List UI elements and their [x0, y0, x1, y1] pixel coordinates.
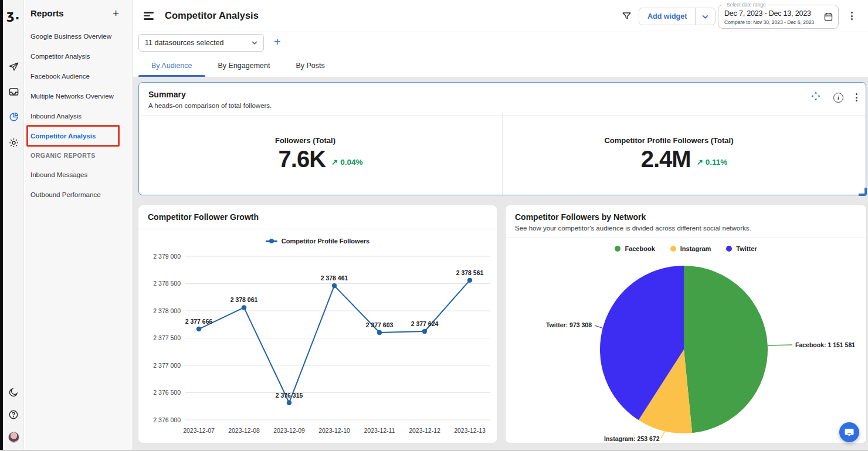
instagram-legend-dot	[670, 246, 676, 252]
sidebar-item-outbound-performance[interactable]: Outbound Performance	[25, 185, 132, 205]
chat-bubble-button[interactable]	[839, 422, 859, 442]
svg-text:2023-12-13: 2023-12-13	[454, 427, 486, 434]
pie-chart: Facebook: 1 151 581Instagram: 253 672Twi…	[506, 256, 866, 442]
svg-text:2023-12-11: 2023-12-11	[364, 427, 395, 434]
svg-text:2 379 000: 2 379 000	[153, 253, 181, 260]
svg-text:2 378 561: 2 378 561	[456, 269, 484, 276]
summary-widget[interactable]: Summary A heads-on comparison of total f…	[138, 82, 866, 195]
svg-text:2 378 500: 2 378 500	[153, 280, 181, 287]
datasource-select-value: 11 datasources selected	[145, 39, 224, 47]
tab-by-posts[interactable]: By Posts	[283, 57, 337, 77]
svg-text:2 377 603: 2 377 603	[366, 321, 394, 328]
analytics-pie-icon[interactable]	[8, 111, 19, 123]
metric-delta: ↗ 0.04%	[331, 157, 362, 167]
trend-up-icon: ↗	[697, 158, 703, 167]
add-widget-chevron[interactable]	[695, 8, 715, 25]
svg-text:2 377 000: 2 377 000	[153, 362, 181, 369]
svg-text:2 376 500: 2 376 500	[153, 389, 181, 396]
sidebar-item-competitor-analysis-active[interactable]: Competitor Analysis	[25, 126, 132, 146]
line-chart-legend: Competitor Profile Followers	[138, 238, 497, 245]
add-widget-button[interactable]: Add widget	[639, 8, 716, 25]
growth-chart-title: Competitor Follower Growth	[148, 212, 487, 222]
summary-title: Summary	[148, 90, 856, 99]
date-range-picker[interactable]: Select date range Dec 7, 2023 - Dec 13, …	[718, 5, 839, 29]
svg-text:2023-12-09: 2023-12-09	[273, 427, 305, 434]
report-tabs: By Audience By Engagement By Posts	[133, 57, 868, 77]
facebook-legend-dot	[615, 246, 621, 252]
network-chart-title: Competitor Followers by Network	[515, 212, 857, 222]
summary-subtitle: A heads-on comparison of total followers…	[148, 102, 856, 109]
help-icon[interactable]	[8, 409, 19, 421]
svg-text:2 376 000: 2 376 000	[153, 416, 181, 423]
legend-label: Competitor Profile Followers	[282, 238, 369, 245]
svg-text:Facebook: 1 151 581: Facebook: 1 151 581	[795, 341, 855, 348]
followers-by-network-widget[interactable]: Competitor Followers by Network See how …	[506, 205, 866, 443]
svg-text:2023-12-10: 2023-12-10	[318, 427, 350, 434]
add-report-button[interactable]: +	[113, 9, 119, 18]
date-range-compare: Compare to: Nov 30, 2023 - Dec 6, 2023	[724, 19, 814, 25]
reports-sidebar: Reports + Google Business Overview Compe…	[25, 0, 133, 451]
brand-logo[interactable]: ʒ.	[6, 8, 20, 22]
reports-panel-title: Reports	[30, 8, 64, 18]
moon-icon[interactable]	[8, 386, 19, 398]
header-kebab-menu[interactable]	[851, 12, 853, 20]
page-title: Competitor Analysis	[165, 10, 259, 21]
sidebar-item-inbound-messages[interactable]: Inbound Messages	[25, 165, 132, 185]
date-range-label: Select date range	[724, 2, 768, 8]
page-header: Competitor Analysis Add widget Select da…	[133, 0, 868, 32]
svg-text:2 376 315: 2 376 315	[276, 392, 303, 399]
metric-value: 7.6K	[279, 146, 326, 172]
date-range-value: Dec 7, 2023 - Dec 13, 2023	[724, 9, 811, 18]
info-icon[interactable]: i	[833, 93, 843, 103]
add-datasource-button[interactable]: +	[274, 35, 281, 49]
svg-text:Twitter: 973 308: Twitter: 973 308	[546, 321, 592, 328]
main-area: Competitor Analysis Add widget Select da…	[133, 0, 868, 451]
sidebar-item-inbound-analysis[interactable]: Inbound Analysis	[25, 106, 132, 126]
legend-line-marker	[266, 239, 277, 243]
svg-text:2 377 624: 2 377 624	[411, 320, 439, 327]
user-avatar[interactable]	[8, 431, 19, 443]
sidebar-item-google-business-overview[interactable]: Google Business Overview	[25, 26, 132, 46]
add-widget-label: Add widget	[639, 8, 695, 25]
metric-competitor-followers-total: Competitor Profile Followers (Total) 2.4…	[502, 113, 866, 195]
svg-text:2 378 461: 2 378 461	[321, 274, 348, 282]
gear-icon[interactable]	[8, 137, 19, 148]
organic-reports-section-label: ORGANIC REPORTS	[25, 146, 132, 165]
resize-handle[interactable]	[858, 187, 867, 196]
inbox-icon[interactable]	[8, 86, 19, 97]
paper-plane-icon[interactable]	[8, 60, 19, 72]
calendar-icon[interactable]	[823, 12, 833, 24]
metric-followers-total: Followers (Total) 7.6K ↗ 0.04%	[139, 113, 502, 195]
competitor-follower-growth-widget[interactable]: Competitor Follower Growth Competitor Pr…	[138, 205, 497, 443]
metric-delta: ↗ 0.11%	[697, 157, 728, 167]
app-icon-rail: ʒ.	[3, 0, 24, 451]
tab-by-engagement[interactable]: By Engagement	[205, 57, 283, 77]
move-handle-icon[interactable]	[811, 91, 821, 104]
svg-text:2 378 000: 2 378 000	[153, 307, 181, 314]
sidebar-item-facebook-audience[interactable]: Facebook Audience	[25, 66, 132, 86]
svg-text:2 377 666: 2 377 666	[185, 318, 213, 325]
filter-funnel-icon[interactable]	[621, 11, 633, 22]
trend-up-icon: ↗	[331, 158, 338, 167]
summary-kebab-menu[interactable]	[856, 93, 857, 101]
report-canvas: Summary A heads-on comparison of total f…	[133, 77, 868, 451]
line-chart: 2 379 0002 378 5002 378 0002 377 5002 37…	[138, 248, 497, 439]
svg-text:2023-12-07: 2023-12-07	[183, 427, 215, 434]
datasource-toolbar: 11 datasources selected +	[133, 32, 868, 57]
tab-by-audience[interactable]: By Audience	[138, 57, 205, 77]
pie-chart-legend: Facebook Instagram Twitter	[506, 245, 866, 252]
sidebar-item-multiple-networks-overview[interactable]: Multiple Networks Overview	[25, 86, 132, 106]
svg-text:Instagram: 253 672: Instagram: 253 672	[604, 435, 660, 442]
twitter-legend-dot	[726, 246, 732, 252]
metric-value: 2.4M	[641, 146, 691, 172]
svg-text:2 378 061: 2 378 061	[230, 296, 258, 303]
datasource-select[interactable]: 11 datasources selected	[138, 34, 264, 52]
svg-text:2023-12-12: 2023-12-12	[409, 427, 440, 434]
window-edge	[0, 0, 3, 451]
svg-text:2 377 500: 2 377 500	[153, 334, 181, 341]
sidebar-item-competitor-analysis-1[interactable]: Competitor Analysis	[25, 46, 132, 66]
svg-text:2023-12-08: 2023-12-08	[228, 427, 260, 434]
hamburger-menu-icon[interactable]	[144, 12, 154, 20]
network-chart-subtitle: See how your competitor's audience is di…	[515, 225, 857, 232]
